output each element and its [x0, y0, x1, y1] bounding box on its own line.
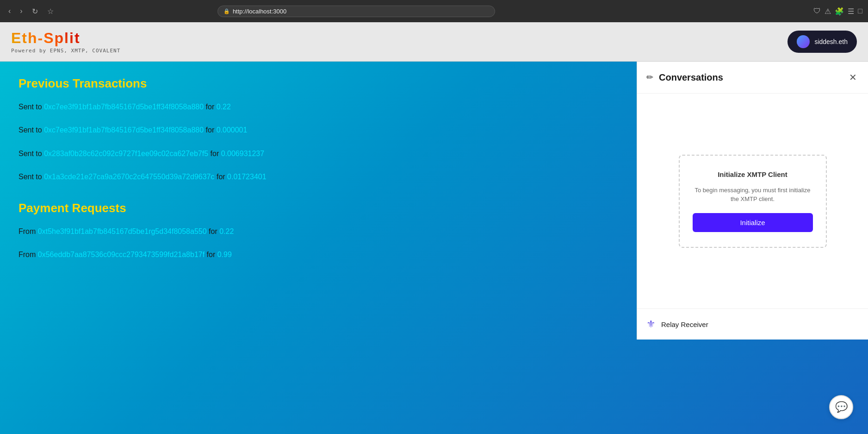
relay-receiver-label: Relay Receiver — [661, 321, 708, 328]
for-label-2: for — [206, 126, 217, 134]
for-label-3: for — [211, 150, 221, 157]
xmtp-card-title: Initialize XMTP Client — [693, 170, 813, 178]
tx-address-2[interactable]: 0xc7ee3f91bf1ab7fb845167d5be1ff34f8058a8… — [44, 126, 204, 134]
panel-body: Initialize XMTP Client To begin messagin… — [637, 94, 868, 308]
tx-amount-2: 0.000001 — [217, 126, 248, 134]
wallet-button[interactable]: siddesh.eth — [787, 31, 857, 53]
tx-address-3[interactable]: 0x283af0b28c62c092c9727f1ee09c02ca627eb7… — [44, 150, 208, 157]
for-label-1: for — [206, 103, 217, 111]
relay-icon: ⚜ — [646, 318, 656, 330]
app-header: Eth-Split Powered by EPNS, XMTP, COVALEN… — [0, 22, 868, 62]
powered-by-text: Powered by EPNS, XMTP, COVALENT — [11, 48, 120, 54]
tx-amount-1: 0.22 — [217, 103, 231, 111]
panel-header: ✏ Conversations ✕ — [637, 62, 868, 94]
pr-address-1[interactable]: 0xt5he3f91bf1ab7fb845167d5be1rg5d34f8058… — [38, 227, 207, 235]
refresh-button[interactable]: ↻ — [29, 5, 41, 18]
main-content: Previous Transactions Sent to 0xc7ee3f91… — [0, 62, 868, 434]
pr-for-label-2: for — [207, 251, 217, 258]
browser-toolbar-icons: 🛡 ⚠ 🧩 ☰ □ — [813, 7, 862, 16]
xmtp-init-card: Initialize XMTP Client To begin messagin… — [679, 155, 827, 248]
address-bar[interactable]: 🔒 http://localhost:3000 — [217, 6, 495, 17]
conversations-panel: ✏ Conversations ✕ Initialize XMTP Client… — [637, 62, 868, 340]
back-button[interactable]: ‹ — [6, 5, 13, 17]
sent-label-3: Sent to — [19, 150, 44, 157]
url-text: http://localhost:3000 — [233, 8, 286, 15]
chat-bubble-button[interactable]: 💬 — [829, 395, 853, 419]
sent-label-1: Sent to — [19, 103, 44, 111]
close-panel-button[interactable]: ✕ — [847, 70, 859, 85]
extension-icon-5[interactable]: □ — [858, 7, 862, 15]
logo-area: Eth-Split Powered by EPNS, XMTP, COVALEN… — [11, 30, 120, 54]
pr-address-2[interactable]: 0x56eddb7aa87536c09ccc2793473599fd21a8b1… — [38, 251, 205, 258]
from-label-1: From — [19, 227, 38, 235]
lock-icon: 🔒 — [223, 8, 230, 14]
xmtp-card-description: To begin messaging, you must first initi… — [693, 186, 813, 204]
chat-bubble-icon: 💬 — [835, 401, 848, 413]
extension-icon-2[interactable]: ⚠ — [825, 7, 831, 16]
extension-icon-3[interactable]: 🧩 — [835, 7, 844, 16]
edit-icon[interactable]: ✏ — [646, 72, 653, 82]
extension-icon-4[interactable]: ☰ — [848, 7, 854, 16]
from-label-2: From — [19, 251, 38, 258]
forward-button[interactable]: › — [17, 5, 25, 17]
tx-amount-3: 0.006931237 — [221, 150, 264, 157]
sent-label-4: Sent to — [19, 173, 44, 181]
panel-title: Conversations — [659, 72, 723, 83]
pr-amount-1: 0.22 — [219, 227, 234, 235]
bookmark-button[interactable]: ☆ — [44, 5, 56, 18]
panel-header-left: ✏ Conversations — [646, 72, 723, 83]
browser-chrome: ‹ › ↻ ☆ 🔒 http://localhost:3000 🛡 ⚠ 🧩 ☰ … — [0, 0, 868, 22]
extension-icon-1[interactable]: 🛡 — [813, 7, 821, 15]
wallet-label: siddesh.eth — [814, 38, 848, 45]
initialize-xmtp-button[interactable]: Initialize — [693, 213, 813, 232]
tx-address-4[interactable]: 0x1a3cde21e27ca9a2670c2c647550d39a72d963… — [44, 173, 214, 181]
tx-amount-4: 0.01723401 — [227, 173, 267, 181]
panel-bottom: ⚜ Relay Receiver — [637, 308, 868, 340]
sent-label-2: Sent to — [19, 126, 44, 134]
wallet-avatar — [797, 35, 810, 48]
for-label-4: for — [217, 173, 227, 181]
pr-amount-2: 0.99 — [217, 251, 232, 258]
tx-address-1[interactable]: 0xc7ee3f91bf1ab7fb845167d5be1ff34f8058a8… — [44, 103, 204, 111]
app-logo: Eth-Split — [11, 30, 120, 47]
pr-for-label-1: for — [209, 227, 219, 235]
